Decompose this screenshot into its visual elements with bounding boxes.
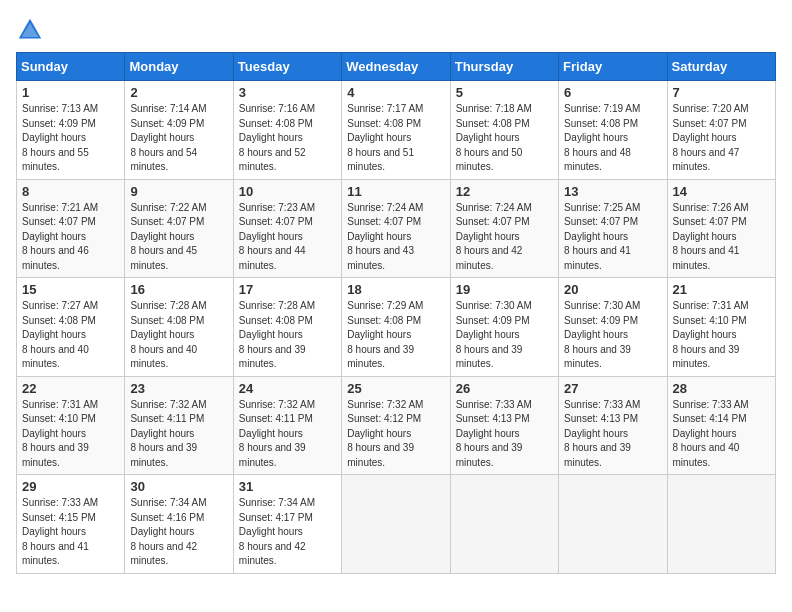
daylight-label: Daylight hours xyxy=(673,231,737,242)
sunrise-label: Sunrise: 7:31 AM xyxy=(22,399,98,410)
page-header xyxy=(16,16,776,44)
day-info: Sunrise: 7:34 AM Sunset: 4:17 PM Dayligh… xyxy=(239,496,336,569)
sunset-label: Sunset: 4:13 PM xyxy=(456,413,530,424)
sunrise-label: Sunrise: 7:21 AM xyxy=(22,202,98,213)
daylight-label: Daylight hours xyxy=(239,526,303,537)
sunset-label: Sunset: 4:08 PM xyxy=(239,118,313,129)
calendar-cell: 21 Sunrise: 7:31 AM Sunset: 4:10 PM Dayl… xyxy=(667,278,775,377)
calendar-cell: 19 Sunrise: 7:30 AM Sunset: 4:09 PM Dayl… xyxy=(450,278,558,377)
day-number: 6 xyxy=(564,85,661,100)
daylight-label: Daylight hours xyxy=(130,428,194,439)
sunset-label: Sunset: 4:10 PM xyxy=(22,413,96,424)
sunrise-label: Sunrise: 7:30 AM xyxy=(564,300,640,311)
daylight-label: Daylight hours xyxy=(564,329,628,340)
sunset-label: Sunset: 4:16 PM xyxy=(130,512,204,523)
day-info: Sunrise: 7:16 AM Sunset: 4:08 PM Dayligh… xyxy=(239,102,336,175)
day-info: Sunrise: 7:25 AM Sunset: 4:07 PM Dayligh… xyxy=(564,201,661,274)
daylight-value: 8 hours and 42 minutes. xyxy=(456,245,523,271)
sunrise-label: Sunrise: 7:33 AM xyxy=(564,399,640,410)
daylight-value: 8 hours and 39 minutes. xyxy=(22,442,89,468)
calendar-week-row: 29 Sunrise: 7:33 AM Sunset: 4:15 PM Dayl… xyxy=(17,475,776,574)
day-info: Sunrise: 7:27 AM Sunset: 4:08 PM Dayligh… xyxy=(22,299,119,372)
sunset-label: Sunset: 4:07 PM xyxy=(22,216,96,227)
sunset-label: Sunset: 4:07 PM xyxy=(673,118,747,129)
sunrise-label: Sunrise: 7:33 AM xyxy=(456,399,532,410)
daylight-value: 8 hours and 41 minutes. xyxy=(564,245,631,271)
logo-icon xyxy=(16,16,44,44)
sunset-label: Sunset: 4:08 PM xyxy=(456,118,530,129)
daylight-value: 8 hours and 54 minutes. xyxy=(130,147,197,173)
daylight-label: Daylight hours xyxy=(130,329,194,340)
calendar-cell: 8 Sunrise: 7:21 AM Sunset: 4:07 PM Dayli… xyxy=(17,179,125,278)
sunrise-label: Sunrise: 7:34 AM xyxy=(130,497,206,508)
day-number: 21 xyxy=(673,282,770,297)
daylight-label: Daylight hours xyxy=(130,526,194,537)
day-number: 11 xyxy=(347,184,444,199)
daylight-label: Daylight hours xyxy=(564,132,628,143)
calendar-table: SundayMondayTuesdayWednesdayThursdayFrid… xyxy=(16,52,776,574)
daylight-value: 8 hours and 48 minutes. xyxy=(564,147,631,173)
sunrise-label: Sunrise: 7:26 AM xyxy=(673,202,749,213)
day-number: 17 xyxy=(239,282,336,297)
calendar-week-row: 8 Sunrise: 7:21 AM Sunset: 4:07 PM Dayli… xyxy=(17,179,776,278)
daylight-value: 8 hours and 47 minutes. xyxy=(673,147,740,173)
day-number: 7 xyxy=(673,85,770,100)
day-info: Sunrise: 7:33 AM Sunset: 4:14 PM Dayligh… xyxy=(673,398,770,471)
day-number: 22 xyxy=(22,381,119,396)
weekday-header: Tuesday xyxy=(233,53,341,81)
sunset-label: Sunset: 4:07 PM xyxy=(456,216,530,227)
daylight-value: 8 hours and 43 minutes. xyxy=(347,245,414,271)
calendar-cell xyxy=(342,475,450,574)
calendar-cell: 11 Sunrise: 7:24 AM Sunset: 4:07 PM Dayl… xyxy=(342,179,450,278)
daylight-label: Daylight hours xyxy=(564,231,628,242)
sunrise-label: Sunrise: 7:18 AM xyxy=(456,103,532,114)
day-info: Sunrise: 7:28 AM Sunset: 4:08 PM Dayligh… xyxy=(239,299,336,372)
calendar-week-row: 15 Sunrise: 7:27 AM Sunset: 4:08 PM Dayl… xyxy=(17,278,776,377)
calendar-cell: 14 Sunrise: 7:26 AM Sunset: 4:07 PM Dayl… xyxy=(667,179,775,278)
calendar-cell: 5 Sunrise: 7:18 AM Sunset: 4:08 PM Dayli… xyxy=(450,81,558,180)
calendar-week-row: 22 Sunrise: 7:31 AM Sunset: 4:10 PM Dayl… xyxy=(17,376,776,475)
sunrise-label: Sunrise: 7:32 AM xyxy=(130,399,206,410)
sunrise-label: Sunrise: 7:22 AM xyxy=(130,202,206,213)
calendar-cell: 9 Sunrise: 7:22 AM Sunset: 4:07 PM Dayli… xyxy=(125,179,233,278)
day-info: Sunrise: 7:34 AM Sunset: 4:16 PM Dayligh… xyxy=(130,496,227,569)
daylight-label: Daylight hours xyxy=(22,231,86,242)
daylight-value: 8 hours and 55 minutes. xyxy=(22,147,89,173)
calendar-week-row: 1 Sunrise: 7:13 AM Sunset: 4:09 PM Dayli… xyxy=(17,81,776,180)
day-info: Sunrise: 7:33 AM Sunset: 4:13 PM Dayligh… xyxy=(456,398,553,471)
day-number: 31 xyxy=(239,479,336,494)
sunrise-label: Sunrise: 7:25 AM xyxy=(564,202,640,213)
sunset-label: Sunset: 4:08 PM xyxy=(347,118,421,129)
day-number: 8 xyxy=(22,184,119,199)
weekday-header: Sunday xyxy=(17,53,125,81)
sunrise-label: Sunrise: 7:29 AM xyxy=(347,300,423,311)
calendar-cell: 22 Sunrise: 7:31 AM Sunset: 4:10 PM Dayl… xyxy=(17,376,125,475)
day-number: 30 xyxy=(130,479,227,494)
sunset-label: Sunset: 4:07 PM xyxy=(347,216,421,227)
day-number: 15 xyxy=(22,282,119,297)
sunset-label: Sunset: 4:11 PM xyxy=(130,413,204,424)
sunset-label: Sunset: 4:09 PM xyxy=(564,315,638,326)
daylight-label: Daylight hours xyxy=(239,132,303,143)
sunrise-label: Sunrise: 7:33 AM xyxy=(673,399,749,410)
daylight-label: Daylight hours xyxy=(456,132,520,143)
daylight-label: Daylight hours xyxy=(456,231,520,242)
day-info: Sunrise: 7:33 AM Sunset: 4:13 PM Dayligh… xyxy=(564,398,661,471)
day-info: Sunrise: 7:22 AM Sunset: 4:07 PM Dayligh… xyxy=(130,201,227,274)
sunrise-label: Sunrise: 7:16 AM xyxy=(239,103,315,114)
daylight-value: 8 hours and 41 minutes. xyxy=(22,541,89,567)
sunset-label: Sunset: 4:14 PM xyxy=(673,413,747,424)
day-info: Sunrise: 7:13 AM Sunset: 4:09 PM Dayligh… xyxy=(22,102,119,175)
daylight-value: 8 hours and 40 minutes. xyxy=(130,344,197,370)
day-number: 13 xyxy=(564,184,661,199)
weekday-header-row: SundayMondayTuesdayWednesdayThursdayFrid… xyxy=(17,53,776,81)
daylight-value: 8 hours and 50 minutes. xyxy=(456,147,523,173)
day-info: Sunrise: 7:29 AM Sunset: 4:08 PM Dayligh… xyxy=(347,299,444,372)
daylight-value: 8 hours and 45 minutes. xyxy=(130,245,197,271)
day-info: Sunrise: 7:20 AM Sunset: 4:07 PM Dayligh… xyxy=(673,102,770,175)
day-info: Sunrise: 7:30 AM Sunset: 4:09 PM Dayligh… xyxy=(456,299,553,372)
weekday-header: Wednesday xyxy=(342,53,450,81)
calendar-cell: 26 Sunrise: 7:33 AM Sunset: 4:13 PM Dayl… xyxy=(450,376,558,475)
daylight-value: 8 hours and 40 minutes. xyxy=(673,442,740,468)
sunrise-label: Sunrise: 7:32 AM xyxy=(347,399,423,410)
